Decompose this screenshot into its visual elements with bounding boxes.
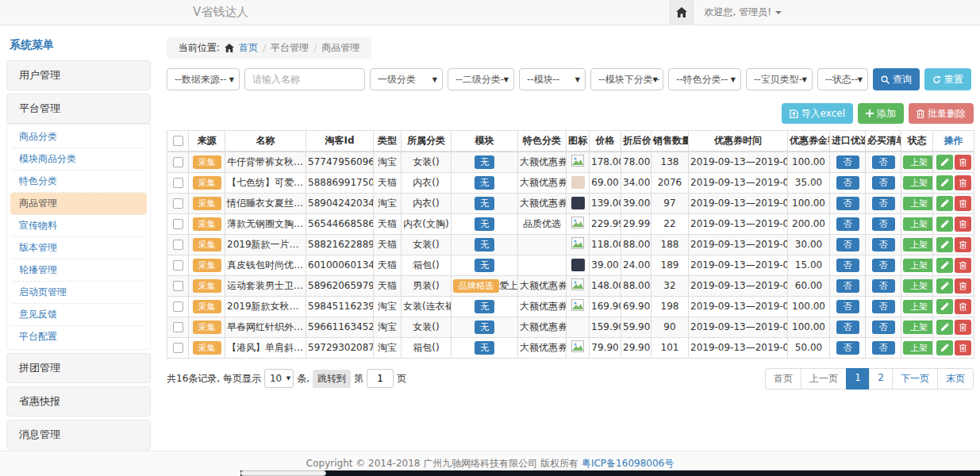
must-buy-toggle[interactable]: 否: [872, 341, 895, 355]
page-button-上一页[interactable]: 上一页: [801, 368, 847, 390]
import-select-toggle[interactable]: 否: [836, 300, 859, 313]
delete-button[interactable]: [955, 237, 971, 252]
import-select-toggle[interactable]: 否: [836, 341, 859, 355]
filter-select-module-sub-category[interactable]: --模块下分类--▼: [590, 68, 663, 90]
status-button[interactable]: 上架: [903, 217, 933, 231]
must-buy-toggle[interactable]: 否: [872, 321, 895, 334]
must-buy-toggle[interactable]: 否: [872, 259, 895, 272]
status-button[interactable]: 上架: [903, 238, 933, 251]
horizontal-scrollbar-thumb[interactable]: [240, 470, 326, 476]
row-checkbox[interactable]: [173, 281, 183, 291]
page-button-2[interactable]: 2: [869, 368, 893, 390]
row-checkbox[interactable]: [173, 301, 183, 312]
filter-select-level1-category[interactable]: 一级分类▼: [370, 68, 443, 90]
row-checkbox[interactable]: [173, 343, 183, 353]
must-buy-toggle[interactable]: 否: [872, 217, 895, 231]
filter-select-data-source[interactable]: --数据来源--▼: [167, 68, 240, 90]
sidebar-item-宣传物料[interactable]: 宣传物料: [10, 215, 147, 237]
home-button[interactable]: [670, 0, 694, 25]
status-button[interactable]: 上架: [903, 155, 933, 169]
edit-button[interactable]: [936, 155, 953, 170]
status-button[interactable]: 上架: [903, 279, 933, 293]
edit-button[interactable]: [936, 320, 953, 335]
sidebar-item-特色分类[interactable]: 特色分类: [10, 171, 147, 193]
delete-button[interactable]: [955, 320, 971, 335]
delete-button[interactable]: [955, 175, 971, 190]
delete-button[interactable]: [955, 340, 971, 355]
row-checkbox[interactable]: [173, 219, 183, 229]
edit-button[interactable]: [936, 237, 953, 252]
reset-button[interactable]: 重置: [924, 68, 971, 90]
row-checkbox[interactable]: [173, 260, 183, 271]
filter-select-item-type[interactable]: --宝贝类型--▼: [746, 68, 813, 90]
filter-select-module[interactable]: --模块--▼: [519, 68, 586, 90]
status-button[interactable]: 上架: [903, 321, 933, 334]
breadcrumb-home-link[interactable]: 首页: [239, 41, 258, 55]
edit-button[interactable]: [936, 196, 953, 211]
select-all-checkbox[interactable]: [173, 136, 183, 146]
status-button[interactable]: 上架: [903, 176, 933, 190]
sidebar-item-轮播管理[interactable]: 轮播管理: [10, 259, 147, 282]
import-select-toggle[interactable]: 否: [836, 217, 859, 231]
row-checkbox[interactable]: [173, 157, 183, 167]
must-buy-toggle[interactable]: 否: [872, 176, 895, 190]
icp-link[interactable]: 粤ICP备16098006号: [582, 457, 674, 470]
sidebar-group-拼团管理[interactable]: 拼团管理: [6, 353, 151, 383]
filter-select-level2-category[interactable]: --二级分类--▼: [448, 68, 514, 90]
delete-button[interactable]: [955, 217, 971, 232]
sidebar-group-用户管理[interactable]: 用户管理: [6, 60, 151, 90]
page-number-input[interactable]: [367, 369, 394, 388]
sidebar-group-平台管理[interactable]: 平台管理: [6, 94, 151, 124]
sidebar-group-省惠快报[interactable]: 省惠快报: [6, 386, 151, 416]
page-button-末页[interactable]: 末页: [937, 368, 974, 390]
must-buy-toggle[interactable]: 否: [872, 197, 895, 210]
import-select-toggle[interactable]: 否: [836, 176, 859, 190]
import-select-toggle[interactable]: 否: [836, 197, 859, 210]
must-buy-toggle[interactable]: 否: [872, 155, 895, 169]
query-button[interactable]: 查询: [873, 68, 920, 90]
sidebar-group-消息管理[interactable]: 消息管理: [6, 420, 151, 450]
delete-button[interactable]: [955, 258, 971, 273]
edit-button[interactable]: [936, 175, 953, 190]
filter-select-feature-category[interactable]: --特色分类--▼: [668, 68, 741, 90]
import-select-toggle[interactable]: 否: [836, 259, 859, 272]
delete-button[interactable]: [955, 196, 971, 211]
row-checkbox[interactable]: [173, 322, 183, 332]
page-button-首页[interactable]: 首页: [765, 368, 801, 390]
batch-delete-button[interactable]: 批量删除: [909, 103, 974, 124]
horizontal-scrollbar-track[interactable]: [240, 470, 980, 476]
row-checkbox[interactable]: [173, 178, 183, 188]
row-checkbox[interactable]: [173, 198, 183, 209]
add-button[interactable]: 添加: [858, 103, 904, 124]
edit-button[interactable]: [936, 299, 953, 314]
sidebar-item-平台配置[interactable]: 平台配置: [10, 326, 147, 347]
must-buy-toggle[interactable]: 否: [872, 279, 895, 293]
edit-button[interactable]: [936, 258, 953, 273]
sidebar-item-商品管理[interactable]: 商品管理: [10, 193, 147, 215]
status-button[interactable]: 上架: [903, 300, 933, 313]
edit-button[interactable]: [936, 278, 953, 294]
import-select-toggle[interactable]: 否: [836, 238, 859, 251]
row-checkbox[interactable]: [173, 240, 183, 250]
jump-to-button[interactable]: 跳转到: [313, 370, 351, 388]
per-page-select[interactable]: 10 ▼: [264, 369, 294, 388]
must-buy-toggle[interactable]: 否: [872, 238, 895, 251]
page-button-1[interactable]: 1: [846, 368, 870, 390]
filter-select-status[interactable]: --状态--▼: [817, 68, 868, 90]
sidebar-item-商品分类[interactable]: 商品分类: [10, 126, 147, 148]
delete-button[interactable]: [955, 299, 971, 314]
sidebar-item-意见反馈[interactable]: 意见反馈: [10, 304, 147, 326]
name-search-input[interactable]: [244, 68, 365, 90]
sidebar-item-启动页管理[interactable]: 启动页管理: [10, 282, 147, 304]
must-buy-toggle[interactable]: 否: [872, 300, 895, 313]
delete-button[interactable]: [955, 278, 971, 294]
import-select-toggle[interactable]: 否: [836, 279, 859, 293]
page-button-下一页[interactable]: 下一页: [892, 368, 938, 390]
status-button[interactable]: 上架: [903, 197, 933, 210]
edit-button[interactable]: [936, 340, 953, 355]
edit-button[interactable]: [936, 217, 953, 232]
status-button[interactable]: 上架: [903, 259, 933, 272]
import-select-toggle[interactable]: 否: [836, 321, 859, 334]
user-menu[interactable]: 欢迎您, 管理员!: [705, 6, 782, 19]
import-select-toggle[interactable]: 否: [836, 155, 859, 169]
